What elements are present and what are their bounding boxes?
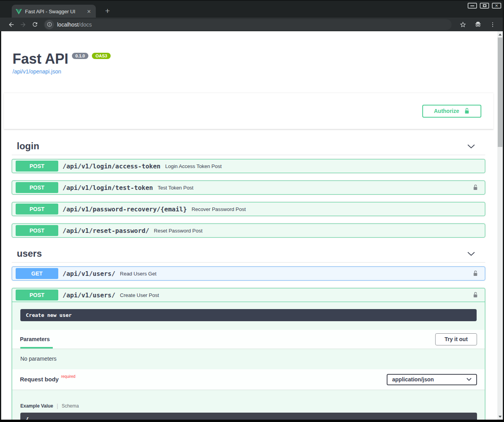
schema-tab[interactable]: Schema: [62, 403, 79, 409]
example-value-tab[interactable]: Example Value: [20, 403, 53, 409]
endpoint-path: /api/v1/login/access-token: [63, 163, 160, 170]
login-section-header[interactable]: login: [12, 138, 485, 155]
parameters-tab[interactable]: Parameters: [20, 336, 50, 342]
parameters-header: Parameters Try it out: [12, 330, 485, 349]
select-chevron-icon: [466, 378, 472, 381]
endpoint-expanded-create-user: POST /api/v1/users/ Create User Post Cre…: [12, 288, 485, 420]
request-body-label: Request body: [20, 376, 59, 383]
site-info-icon[interactable]: [45, 20, 54, 29]
url-host: localhost: [57, 21, 79, 28]
example-code-block: {: [20, 413, 477, 420]
request-body-header: Request bodyrequired application/json: [12, 369, 485, 390]
api-info: Fast API 0.1.0 OAS3 /api/v1/openapi.json: [13, 52, 111, 75]
window-frame-left: [0, 31, 1, 422]
reload-button[interactable]: [29, 19, 41, 30]
users-section-header[interactable]: users: [12, 245, 485, 263]
endpoint-path: /api/v1/password-recovery/{email}: [63, 206, 187, 213]
method-badge: GET: [16, 268, 58, 279]
media-type-value: application/json: [392, 376, 434, 383]
authorize-label: Authorize: [434, 108, 459, 114]
model-tabs: Example Value | Schema: [20, 403, 477, 409]
auth-lock-icon[interactable]: [472, 184, 478, 191]
endpoint-row-access-token[interactable]: POST /api/v1/login/access-token Login Ac…: [12, 159, 485, 173]
authorize-button[interactable]: Authorize: [422, 105, 481, 118]
minimize-button[interactable]: [468, 3, 477, 9]
active-tab-underline: [20, 347, 53, 349]
media-type-select[interactable]: application/json: [387, 374, 477, 385]
maximize-icon: [483, 4, 486, 7]
bookmark-star-icon[interactable]: [457, 19, 469, 30]
maximize-button[interactable]: [480, 3, 489, 9]
endpoint-summary: Login Access Token Post: [165, 163, 221, 169]
required-flag: required: [61, 374, 75, 379]
chevron-down-icon[interactable]: [467, 144, 475, 148]
browser-window: Fast API - Swagger UI ✕ + ✕: [0, 0, 504, 422]
titlebar: Fast API - Swagger UI ✕ + ✕: [0, 0, 504, 18]
favicon-v-icon: [16, 9, 22, 14]
endpoint-summary: Reset Password Post: [154, 228, 203, 234]
endpoint-path: /api/v1/login/test-token: [63, 184, 153, 191]
window-controls: ✕: [468, 3, 501, 9]
page-content: Fast API 0.1.0 OAS3 /api/v1/openapi.json…: [1, 31, 497, 420]
endpoint-row-reset-password[interactable]: POST /api/v1/reset-password/ Reset Passw…: [12, 224, 485, 238]
operation-description: Create new user: [20, 309, 477, 321]
method-badge: POST: [16, 204, 58, 215]
scrollbar-thumb[interactable]: [498, 38, 502, 147]
url-path: /docs: [79, 21, 91, 28]
browser-tab[interactable]: Fast API - Swagger UI ✕: [12, 5, 96, 18]
scheme-container: Authorize: [4, 93, 493, 129]
endpoint-row-create-user[interactable]: POST /api/v1/users/ Create User Post: [12, 288, 485, 302]
window-frame-bottom: [0, 420, 504, 422]
new-tab-button[interactable]: +: [102, 6, 113, 16]
toolbar-right: [457, 19, 499, 30]
method-badge: POST: [16, 290, 58, 300]
method-badge: POST: [16, 225, 58, 236]
endpoint-row-read-users[interactable]: GET /api/v1/users/ Read Users Get: [12, 266, 485, 281]
openapi-spec-link[interactable]: /api/v1/openapi.json: [13, 68, 111, 75]
endpoint-path: /api/v1/users/: [63, 270, 115, 277]
tab-separator: |: [57, 403, 58, 409]
try-it-out-button[interactable]: Try it out: [435, 333, 477, 345]
method-badge: POST: [16, 182, 58, 193]
auth-lock-icon[interactable]: [472, 291, 478, 299]
scrollbar-up-arrow[interactable]: [497, 31, 503, 38]
oas3-badge: OAS3: [92, 53, 111, 59]
endpoint-summary: Create User Post: [120, 292, 159, 298]
scrollbar-down-arrow[interactable]: [497, 413, 503, 420]
endpoint-path: /api/v1/reset-password/: [63, 227, 149, 234]
endpoint-summary: Test Token Post: [158, 185, 194, 191]
page-title: Fast API: [13, 52, 68, 66]
auth-lock-icon[interactable]: [472, 270, 478, 277]
unlocked-padlock-icon: [464, 107, 470, 114]
chevron-down-icon[interactable]: [467, 252, 475, 256]
section-login: login POST /api/v1/login/access-token Lo…: [12, 138, 485, 238]
back-button[interactable]: [5, 19, 17, 30]
forward-button[interactable]: [17, 19, 29, 30]
section-title: login: [17, 141, 39, 152]
minimize-icon: [470, 5, 474, 6]
section-title: users: [17, 248, 42, 259]
address-bar[interactable]: localhost/docs: [44, 19, 452, 30]
endpoint-path: /api/v1/users/: [63, 291, 115, 299]
version-badge: 0.1.0: [72, 53, 88, 59]
url-text: localhost/docs: [57, 21, 92, 28]
example-area: Example Value | Schema {: [12, 390, 485, 420]
menu-kebab-icon[interactable]: [487, 19, 499, 30]
endpoint-summary: Recover Password Post: [192, 206, 246, 212]
section-users: users GET /api/v1/users/ Read Users Get: [12, 245, 485, 420]
endpoint-row-test-token[interactable]: POST /api/v1/login/test-token Test Token…: [12, 181, 485, 195]
page-scrollbar[interactable]: [497, 31, 503, 420]
method-badge: POST: [16, 161, 58, 172]
endpoint-summary: Read Users Get: [120, 271, 156, 277]
no-parameters-text: No parameters: [12, 349, 485, 369]
endpoint-row-password-recovery[interactable]: POST /api/v1/password-recovery/{email} R…: [12, 202, 485, 216]
tab-title: Fast API - Swagger UI: [25, 9, 83, 14]
browser-toolbar: localhost/docs: [0, 18, 504, 31]
incognito-icon: [472, 19, 484, 30]
close-button[interactable]: ✕: [492, 3, 501, 9]
tab-close-icon[interactable]: ✕: [86, 9, 92, 14]
